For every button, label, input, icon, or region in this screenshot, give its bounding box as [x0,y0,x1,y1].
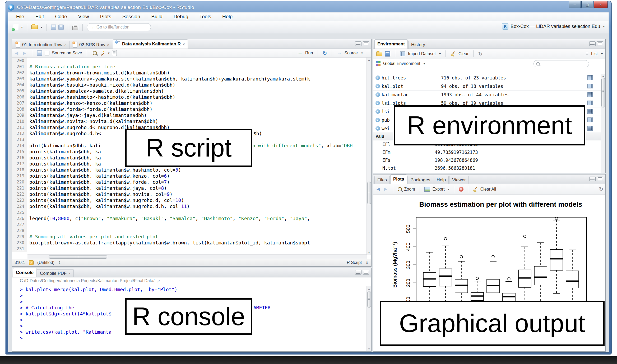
environment-search-input[interactable] [534,60,589,67]
scroll-up-icon[interactable]: ▴ [367,287,371,290]
expand-icon[interactable]: ▸ [375,126,380,131]
scroll-up-icon[interactable]: ▴ [367,58,371,62]
export-icon[interactable] [424,187,430,192]
menu-build[interactable]: Build [151,14,163,20]
clear-icon[interactable] [451,51,456,56]
scroll-down-icon[interactable]: ▾ [367,251,371,254]
scrollbar-thumb[interactable] [49,255,107,259]
clear-all-icon[interactable] [473,187,478,192]
maximize-pane-icon[interactable] [597,41,603,46]
clear-all-button[interactable]: Clear All [480,187,496,192]
new-file-icon[interactable] [13,24,18,30]
list-view-button[interactable]: List [591,51,598,56]
code-line[interactable]: 224points(kalimantan$dbh, kalimantan$w.n… [12,203,371,209]
menu-debug[interactable]: Debug [174,14,188,20]
code-tools-icon[interactable] [100,51,104,55]
code-line[interactable]: 231 [12,246,371,252]
tab-help[interactable]: Help [434,176,449,184]
save-icon[interactable] [51,25,56,30]
save-workspace-icon[interactable] [385,51,390,56]
minimize-pane-icon[interactable] [355,41,361,46]
open-file-icon[interactable] [31,25,38,29]
code-line[interactable]: 219points(kalimantan$dbh, kalimantan$w.k… [12,173,371,179]
source-dropdown-icon[interactable]: ▾ [361,51,363,55]
back-icon[interactable]: ◄ [14,50,19,56]
export-button[interactable]: Export [433,187,445,192]
minimize-pane-icon[interactable] [589,177,596,181]
load-workspace-icon[interactable] [376,52,382,56]
tab-compile-pdf[interactable]: Compile PDF× [37,269,74,277]
tab-history[interactable]: History [408,41,428,49]
tab-files[interactable]: Files [374,176,390,184]
source-button[interactable]: Source [344,51,358,55]
editor-vertical-scrollbar[interactable]: ▴ ▾ [367,58,371,255]
code-line[interactable]: 229# Summing all values per plot and nes… [12,234,371,240]
view-data-icon[interactable] [587,109,593,114]
code-line[interactable]: 222points(kalimantan$dbh, kalimantan$w.n… [12,191,371,197]
close-tab-icon[interactable]: × [183,42,185,46]
code-line[interactable]: 207kalimantan$w.kenzo<-kenzo.d(kalimanta… [12,100,371,106]
menu-code[interactable]: Code [55,14,67,20]
code-line[interactable]: 200 [12,58,371,64]
source-doc-icon[interactable]: → [337,50,342,56]
code-line[interactable]: 226legend(10,8000, c("Brown", "Yamakura"… [12,215,371,221]
environment-scope-select[interactable]: Global Environment [383,61,420,66]
env-data-row[interactable]: ▸hil.trees716 obs. of 23 variables [373,74,601,82]
code-line[interactable]: 221points(kalimantan$dbh, kalimantan$w.j… [12,185,371,191]
view-data-icon[interactable] [587,126,593,131]
menu-view[interactable]: View [78,14,89,20]
maximize-button[interactable]: ▢ [581,1,593,8]
project-selector[interactable]: R Box-Cox — LiDAR variables selection Ed… [502,23,605,30]
minimize-pane-icon[interactable] [355,270,361,275]
code-line[interactable]: 230bio.plot.brown<-as.data.frame(tapply(… [12,240,371,246]
tab-packages[interactable]: Packages [407,176,433,184]
expand-icon[interactable]: ▸ [375,118,380,122]
view-data-icon[interactable] [587,92,593,97]
scrollbar-thumb[interactable] [367,291,371,308]
find-icon[interactable] [93,51,97,55]
expand-icon[interactable]: ▸ [375,84,380,88]
editor-horizontal-scrollbar[interactable] [27,254,367,259]
import-dropdown-icon[interactable]: ▾ [439,52,441,56]
console-line[interactable]: > [12,335,367,341]
compile-notebook-icon[interactable] [112,50,117,56]
tab-01-introduction-rnw[interactable]: 01-Introduction.Rnw× [13,41,69,49]
goto-file-function-input[interactable]: → Go to file/function [87,23,151,31]
environment-vertical-scrollbar[interactable]: ▴ [601,74,605,173]
tab-plots[interactable]: Plots [390,174,407,184]
list-view-icon[interactable]: ≡ [586,51,589,57]
remove-plot-icon[interactable]: × [459,187,463,192]
scrollbar-thumb[interactable] [601,78,605,107]
open-dir-icon[interactable]: ↗ [157,278,160,283]
env-data-row[interactable]: ▸kal.plot94 obs. of 18 variables [373,82,601,91]
code-line[interactable]: 223points(kalimantan$dbh, kalimantan$w.n… [12,197,371,203]
view-data-icon[interactable] [587,117,593,122]
menu-tools[interactable]: Tools [200,14,211,20]
code-line[interactable]: 205kalimantan$w.samalca<-samalca.d(kalim… [12,88,371,94]
code-line[interactable]: 220points(kalimantan$dbh, kalimantan$w.f… [12,179,371,185]
view-data-icon[interactable] [587,101,593,105]
code-line[interactable]: 210kalimantan$w.novita<-novita.d(kaliman… [12,118,371,124]
code-line[interactable]: 218points(kalimantan$dbh, kalimantan$w.h… [12,167,371,173]
console-line[interactable]: > [12,292,367,299]
tab-console[interactable]: Console [13,268,36,277]
zoom-icon[interactable] [398,187,402,191]
refresh-plot-icon[interactable]: ↻ [599,186,603,192]
next-plot-icon[interactable]: ► [383,186,388,192]
code-line[interactable]: 209kalimantan$w.jaya<-jaya.d(kalimantan$… [12,112,371,118]
code-line[interactable]: 206kalimantan$w.hashimoto<-hashimoto.d(k… [12,94,371,100]
menu-plots[interactable]: Plots [100,14,111,20]
minimize-button[interactable]: ─ [569,1,581,8]
menu-file[interactable]: File [16,14,24,20]
env-value-row[interactable]: N.tot2696.5863280181 [373,164,601,172]
close-tab-icon[interactable]: × [107,42,109,47]
scroll-down-icon[interactable]: ▾ [367,347,371,351]
run-button[interactable]: Run [305,51,313,55]
expand-icon[interactable]: ▸ [375,109,380,114]
code-line[interactable]: 208kalimantan$w.forda<-forda.d(kalimanta… [12,106,371,112]
code-line[interactable]: 202kalimantan$w.brown<-brown.moist.d(kal… [12,70,371,76]
code-line[interactable]: 201# Biomass calculation per tree [12,64,371,70]
code-line[interactable]: 228 [12,228,371,234]
menu-edit[interactable]: Edit [35,14,44,20]
rerun-icon[interactable]: ↻ [323,50,327,56]
